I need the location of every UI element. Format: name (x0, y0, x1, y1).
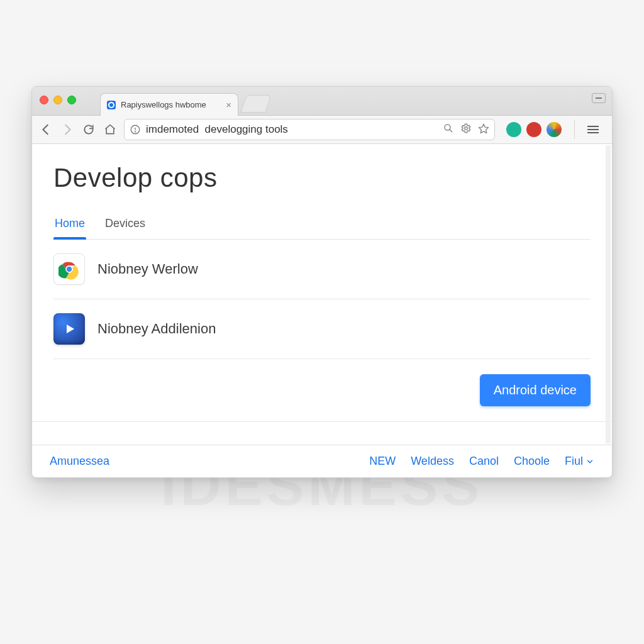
device-list: Niobney Werlow Niobney Addilenion (53, 240, 591, 359)
tab-close-icon[interactable]: × (226, 99, 231, 110)
tab-favicon-icon (107, 101, 116, 109)
svg-line-3 (450, 130, 452, 132)
menu-button[interactable] (587, 126, 599, 133)
reload-button[interactable] (81, 122, 96, 137)
browser-window: Rapiyswellogs hwbome × (31, 86, 613, 478)
omnibox-actions (443, 123, 489, 136)
window-maximize-button[interactable] (67, 96, 76, 104)
footer-left-link[interactable]: Amunessea (50, 455, 109, 468)
bookmark-star-icon[interactable] (478, 123, 489, 136)
settings-icon[interactable] (460, 123, 472, 136)
svg-marker-9 (67, 325, 74, 333)
svg-point-1 (135, 131, 136, 132)
back-button[interactable] (38, 122, 53, 137)
home-button[interactable] (103, 122, 118, 137)
chevron-down-icon (586, 457, 594, 466)
android-device-button[interactable]: Android device (480, 374, 591, 406)
chrome-icon (53, 253, 85, 285)
list-item[interactable]: Niobney Addilenion (53, 299, 591, 359)
window-close-button[interactable] (40, 96, 48, 104)
footer-link[interactable]: Canol (469, 455, 499, 468)
cta-bar: Android device (32, 359, 612, 422)
footer-link[interactable]: Weldess (411, 455, 454, 468)
tab-bar: Home Devices (53, 211, 591, 240)
extension-icon[interactable] (526, 122, 541, 137)
footer-dropdown-label: Fiul (565, 455, 583, 468)
svg-point-4 (465, 127, 468, 130)
profile-avatar-icon[interactable] (547, 122, 562, 137)
svg-point-2 (445, 125, 450, 130)
list-item-label: Niobney Addilenion (97, 321, 216, 337)
tab-devices[interactable]: Devices (104, 211, 147, 239)
browser-tab[interactable]: Rapiyswellogs hwbome × (100, 93, 238, 116)
extension-row (506, 122, 562, 137)
new-tab-button[interactable] (240, 95, 271, 113)
footer-link[interactable]: Choole (514, 455, 550, 468)
site-info-icon[interactable] (130, 124, 141, 135)
tab-label: Home (55, 217, 85, 230)
page-title: Develop cops (53, 163, 591, 193)
separator (574, 120, 575, 139)
footer: Amunessea NEW Weldess Canol Choole Fiul (32, 445, 612, 477)
extension-icon[interactable] (506, 122, 521, 137)
forward-button[interactable] (60, 122, 75, 137)
toolbar (32, 116, 612, 144)
svg-marker-5 (479, 124, 489, 133)
search-icon[interactable] (443, 123, 454, 136)
tab-home[interactable]: Home (53, 211, 86, 239)
window-corner-icon[interactable] (592, 93, 606, 103)
tab-label: Devices (105, 217, 145, 230)
window-minimize-button[interactable] (53, 96, 62, 104)
footer-link[interactable]: NEW (369, 455, 396, 468)
page-content: Develop cops Home Devices Niobney Werlow (32, 144, 612, 445)
tab-strip: Rapiyswellogs hwbome × (32, 87, 612, 116)
tab-title: Rapiyswellogs hwbome (121, 100, 206, 109)
scrollbar[interactable] (606, 145, 611, 443)
list-item-label: Niobney Werlow (97, 261, 198, 277)
footer-dropdown[interactable]: Fiul (565, 455, 594, 468)
play-icon (53, 313, 85, 345)
omnibox-input[interactable] (146, 123, 438, 136)
address-bar[interactable] (124, 119, 495, 140)
list-item[interactable]: Niobney Werlow (53, 240, 591, 299)
window-controls (40, 96, 76, 104)
